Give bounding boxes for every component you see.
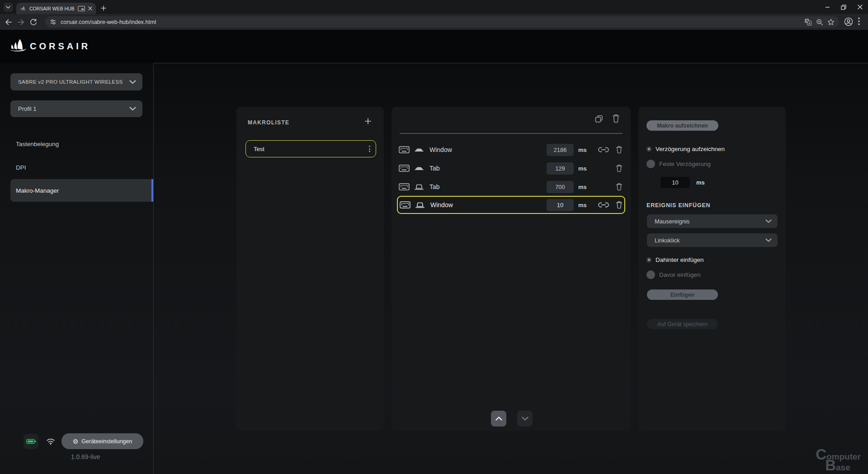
browser-menu-icon[interactable] bbox=[858, 17, 860, 25]
event-delay-unit: ms bbox=[578, 165, 591, 172]
reload-icon[interactable] bbox=[29, 18, 38, 27]
fixed-delay-unit: ms bbox=[696, 179, 705, 186]
event-delay-input[interactable]: 129 bbox=[547, 162, 574, 175]
profile-avatar-icon[interactable] bbox=[844, 17, 853, 26]
url-bar[interactable]: corsair.com/sabre-web-hub/index.html bbox=[45, 16, 839, 28]
wireless-status-button[interactable] bbox=[43, 434, 58, 449]
duplicate-events-icon[interactable] bbox=[594, 114, 604, 123]
insert-event-heading: EREIGNIS EINFÜGEN bbox=[646, 202, 710, 209]
macro-events-panel: Window 2186 ms Tab 129 ms Tab bbox=[392, 107, 631, 431]
translate-icon[interactable] bbox=[804, 18, 812, 26]
events-header-divider bbox=[400, 133, 623, 134]
event-delay-unit: ms bbox=[578, 147, 591, 153]
link-delay-icon[interactable] bbox=[597, 201, 610, 209]
keyboard-icon bbox=[400, 201, 410, 209]
battery-status-button[interactable] bbox=[24, 434, 38, 449]
browser-tab-strip: CORSAIR WEB HUB bbox=[0, 0, 868, 14]
browser-tab[interactable]: CORSAIR WEB HUB bbox=[16, 3, 96, 14]
close-icon[interactable] bbox=[852, 0, 868, 14]
event-delay-input[interactable]: 10 bbox=[547, 199, 574, 211]
nav-item-label: Makro-Manager bbox=[16, 187, 59, 194]
radio-selected-icon[interactable] bbox=[646, 147, 651, 152]
event-action-value: Linksklick bbox=[655, 237, 765, 244]
sidebar-divider bbox=[153, 63, 154, 474]
keyboard-icon bbox=[399, 165, 410, 172]
forward-icon[interactable] bbox=[16, 18, 25, 27]
radio-selected-icon[interactable] bbox=[646, 257, 651, 262]
fixed-delay-radio[interactable]: Feste Verzögerung bbox=[646, 160, 711, 168]
delete-event-icon[interactable] bbox=[614, 164, 623, 172]
bookmark-star-icon[interactable] bbox=[827, 19, 835, 26]
tab-media-indicator-icon bbox=[78, 6, 85, 11]
sidebar-item-makro-manager[interactable]: Makro-Manager bbox=[10, 179, 153, 202]
radio-unselected-icon[interactable] bbox=[646, 270, 655, 279]
radio-label: Feste Verzögerung bbox=[659, 161, 711, 167]
save-to-device-button[interactable]: Auf Gerät speichern bbox=[647, 319, 718, 329]
profile-select-value: Profil 1 bbox=[18, 105, 129, 112]
move-event-up-button[interactable] bbox=[491, 411, 506, 427]
macro-options-icon[interactable] bbox=[369, 146, 370, 152]
event-delay-input[interactable]: 700 bbox=[547, 181, 574, 193]
back-icon[interactable] bbox=[4, 18, 13, 27]
corsair-logo: CORSAIR bbox=[9, 38, 90, 54]
key-up-icon bbox=[415, 202, 425, 208]
radio-label: Verzögerung aufzeichnen bbox=[656, 146, 725, 152]
maximize-icon[interactable] bbox=[835, 0, 852, 14]
macro-list-panel: MAKROLISTE Test bbox=[236, 107, 384, 431]
macro-event-row[interactable]: Tab 129 ms bbox=[399, 161, 623, 176]
macro-event-row[interactable]: Window 2186 ms bbox=[399, 142, 623, 157]
new-tab-button[interactable] bbox=[99, 4, 108, 12]
event-type-select[interactable]: Mausereignis bbox=[647, 214, 778, 228]
key-up-icon bbox=[414, 184, 424, 190]
delete-event-icon[interactable] bbox=[614, 183, 623, 191]
event-delay-unit: ms bbox=[578, 202, 591, 209]
sidebar-item-tastenbelegung[interactable]: Tastenbelegung bbox=[10, 133, 153, 155]
tab-strip-chevron-button[interactable] bbox=[4, 3, 13, 12]
record-delay-radio[interactable]: Verzögerung aufzeichnen bbox=[646, 146, 725, 152]
event-delay-input[interactable]: 2186 bbox=[547, 144, 574, 156]
insert-after-radio[interactable]: Dahinter einfügen bbox=[646, 256, 704, 263]
zoom-icon[interactable] bbox=[816, 19, 823, 26]
chevron-down-icon bbox=[129, 107, 136, 111]
macro-event-row[interactable]: Tab 700 ms bbox=[399, 179, 623, 194]
device-select[interactable]: SABRE v2 PRO ULTRALIGHT WIRELESS bbox=[10, 73, 142, 90]
insert-before-radio[interactable]: Davor einfügen bbox=[646, 270, 701, 279]
link-delay-icon[interactable] bbox=[597, 146, 610, 153]
tab-title: CORSAIR WEB HUB bbox=[29, 6, 75, 11]
radio-label: Davor einfügen bbox=[659, 271, 701, 278]
record-macro-button[interactable]: Makro aufzeichnen bbox=[646, 120, 718, 131]
event-key-label: Window bbox=[429, 146, 547, 153]
event-key-label: Tab bbox=[429, 183, 547, 190]
event-delay-unit: ms bbox=[578, 184, 591, 190]
delete-all-events-icon[interactable] bbox=[612, 114, 620, 123]
tab-close-icon[interactable] bbox=[88, 6, 92, 10]
device-settings-button[interactable]: ⚙ Geräteeinstellungen bbox=[61, 433, 143, 449]
chevron-down-icon bbox=[129, 80, 136, 84]
move-event-down-button[interactable] bbox=[517, 411, 533, 427]
insert-event-button[interactable]: Einfügen bbox=[647, 289, 718, 300]
event-action-select[interactable]: Linksklick bbox=[647, 233, 778, 247]
watermark-text: ase bbox=[836, 463, 850, 472]
chevron-down-icon bbox=[765, 238, 772, 242]
nav-item-label: Tastenbelegung bbox=[16, 141, 59, 147]
delete-event-icon[interactable] bbox=[614, 146, 623, 154]
nav-item-label: DPI bbox=[16, 164, 26, 171]
macro-list-item[interactable]: Test bbox=[245, 140, 376, 157]
brand-name: CORSAIR bbox=[30, 41, 90, 52]
firmware-version: 1.0.69-live bbox=[47, 453, 124, 460]
gear-icon: ⚙ bbox=[73, 438, 79, 445]
event-key-label: Window bbox=[430, 201, 547, 209]
delete-event-icon[interactable] bbox=[614, 201, 623, 209]
minimize-icon[interactable] bbox=[819, 0, 835, 14]
profile-select[interactable]: Profil 1 bbox=[10, 100, 142, 117]
site-info-icon[interactable] bbox=[50, 19, 57, 25]
radio-unselected-icon[interactable] bbox=[646, 160, 655, 168]
macro-list-title: MAKROLISTE bbox=[248, 119, 289, 126]
url-text[interactable]: corsair.com/sabre-web-hub/index.html bbox=[61, 19, 800, 25]
add-macro-icon[interactable] bbox=[365, 118, 371, 124]
macro-event-row-selected[interactable]: Window 10 ms bbox=[397, 196, 625, 214]
wifi-icon bbox=[46, 438, 55, 445]
battery-icon bbox=[26, 438, 36, 445]
fixed-delay-input[interactable]: 10 bbox=[660, 177, 690, 188]
sidebar-item-dpi[interactable]: DPI bbox=[10, 156, 153, 179]
